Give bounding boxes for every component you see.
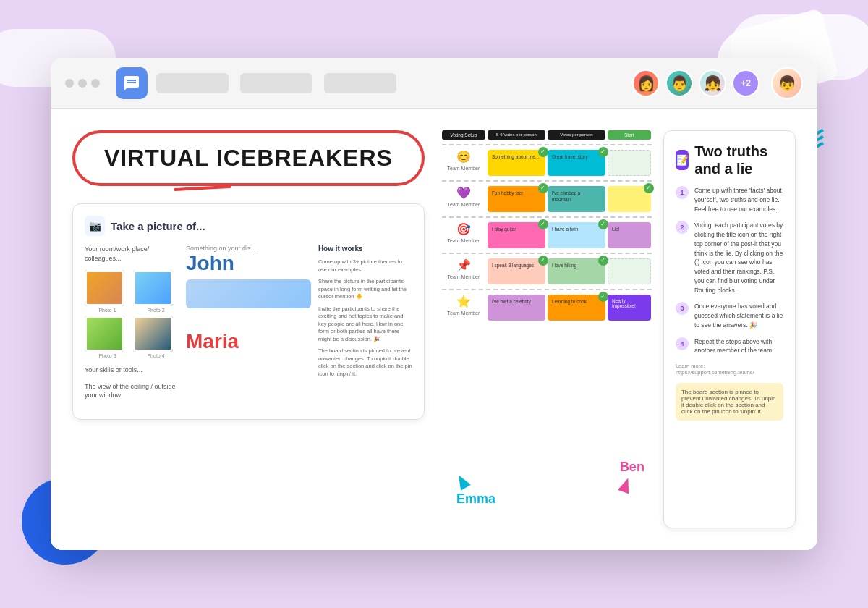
prompt-1: Your room/work place/ colleagues... xyxy=(85,245,179,263)
sticky-text-2-2: I've climbed a mountain xyxy=(552,190,581,202)
sticky-3-3[interactable]: Lie! xyxy=(608,222,651,248)
main-title: VIRTUAL ICEBREAKERS xyxy=(104,145,393,172)
activity-footer-text: Your skills or tools... The view of the … xyxy=(85,366,179,400)
app-logo[interactable] xyxy=(116,67,148,99)
step-number-2: 2 xyxy=(676,221,689,234)
sticky-text-2-1: Fun hobby fact xyxy=(492,190,523,195)
sticky-check-4-1: ✓ xyxy=(538,256,548,266)
sticky-check-3-1: ✓ xyxy=(538,219,548,229)
sticky-text-1-1: Something about me... xyxy=(492,154,539,159)
sticky-4-1[interactable]: ✓ I speak 3 languages xyxy=(488,258,545,284)
right-panel: Voting Setup 5-6 Votes per person Votes … xyxy=(442,130,796,528)
how-step-2: Share the picture in the participants sp… xyxy=(318,278,412,301)
grid-section: Voting Setup 5-6 Votes per person Votes … xyxy=(442,130,652,528)
member-icon-1: 😊 xyxy=(456,150,471,164)
step-text-2: Voting: each participant votes by clicki… xyxy=(694,221,783,295)
sticky-check-2-1: ✓ xyxy=(538,183,548,193)
browser-content: VIRTUAL ICEBREAKERS 📷 Take a picture of.… xyxy=(51,109,817,550)
avatar-user-1: 👩 xyxy=(632,69,660,97)
step-number-3: 3 xyxy=(676,302,689,315)
grid-row-1: 😊 Team Member ✓ Something about me... ✓ … xyxy=(442,150,652,176)
sticky-check-3-2: ✓ xyxy=(598,219,608,229)
sticky-1-1[interactable]: ✓ Something about me... xyxy=(488,150,545,176)
sticky-text-5-1: I've met a celebrity xyxy=(492,299,531,304)
browser-dots xyxy=(65,79,100,88)
truths-panel: 📝 Two truths and a lie 1 Come up with th… xyxy=(663,130,796,528)
cursor-ben-name: Ben xyxy=(620,460,644,475)
cursor-emma-area: Emma xyxy=(456,474,495,507)
photo-john xyxy=(186,279,311,308)
grid-row-4: 📌 Team Member ✓ I speak 3 languages ✓ I … xyxy=(442,258,652,284)
sticky-check-1-2: ✓ xyxy=(598,147,608,157)
sticky-text-3-2: I have a twin xyxy=(552,227,579,232)
sticky-5-2[interactable]: ✓ Learning to cook xyxy=(548,295,605,321)
sticky-text-5-2: Learning to cook xyxy=(552,299,587,304)
avatar-face-2: 👨 xyxy=(667,71,692,96)
nav-tab-3[interactable] xyxy=(324,73,396,93)
sticky-3-2[interactable]: ✓ I have a twin xyxy=(548,222,605,248)
truths-title: Two truths and a lie xyxy=(694,143,783,177)
sticky-4-2[interactable]: ✓ I love hiking xyxy=(548,258,605,284)
grid-row-5: ⭐ Team Member I've met a celebrity ✓ Lea… xyxy=(442,295,652,321)
member-label-3: Team Member xyxy=(448,238,480,243)
how-step-3: Invite the participants to share the exc… xyxy=(318,305,412,344)
team-member-3: 🎯 Team Member xyxy=(442,222,485,243)
member-icon-3: 🎯 xyxy=(456,222,471,236)
prompt-3: The view of the ceiling / outside your w… xyxy=(85,382,179,400)
activity-card: 📷 Take a picture of... Your room/work pl… xyxy=(72,203,425,420)
activity-card-body: Your room/work place/ colleagues... Phot… xyxy=(85,245,412,408)
activity-card-header: 📷 Take a picture of... xyxy=(85,216,412,236)
step-text-4: Repeat the steps above with another memb… xyxy=(694,337,783,356)
member-label-4: Team Member xyxy=(448,274,480,279)
nav-tab-2[interactable] xyxy=(240,73,312,93)
browser-window: 👩 👨 👧 +2 👦 VIRTUAL ICEBREAKERS xyxy=(51,58,817,550)
sticky-5-highlight[interactable]: Nearly Impossible! xyxy=(608,295,651,321)
sticky-2-1[interactable]: ✓ Fun hobby fact xyxy=(488,186,545,212)
sticky-5-1[interactable]: I've met a celebrity xyxy=(488,295,545,321)
photo-2 xyxy=(133,270,173,306)
member-label-1: Team Member xyxy=(448,166,480,171)
grid-row-3: 🎯 Team Member ✓ I play guitar ✓ I have a… xyxy=(442,222,652,248)
activity-middle: Something on your dis... John Maria xyxy=(186,245,311,408)
photo-3 xyxy=(85,316,124,352)
grid-divider-1 xyxy=(442,144,652,145)
browser-chrome: 👩 👨 👧 +2 👦 xyxy=(51,58,817,109)
truths-step-3: 3 Once everyone has voted and guessed wh… xyxy=(676,302,783,329)
grid-divider-3 xyxy=(442,216,652,218)
avatar-user-3: 👧 xyxy=(699,69,726,97)
nav-tab-1[interactable] xyxy=(156,73,229,93)
truths-step-4: 4 Repeat the steps above with another me… xyxy=(676,337,783,356)
photo-3-label: Photo 3 xyxy=(85,353,130,358)
avatar-face-3: 👧 xyxy=(700,71,725,96)
sticky-check-2-3: ✓ xyxy=(644,183,654,193)
how-it-works-title: How it works xyxy=(318,245,412,253)
sticky-3-1[interactable]: ✓ I play guitar xyxy=(488,222,545,248)
member-label-2: Team Member xyxy=(448,202,480,207)
activity-left-col: Your room/work place/ colleagues... Phot… xyxy=(85,245,179,408)
step-number-1: 1 xyxy=(676,186,689,199)
right-prompt-1: Something on your dis... xyxy=(186,245,311,252)
col-header-3: Votes per person xyxy=(548,130,605,140)
nav-tabs xyxy=(156,73,624,93)
sticky-1-3[interactable] xyxy=(608,150,651,176)
photo-4-label: Photo 4 xyxy=(133,353,179,358)
logo-icon xyxy=(123,75,140,92)
truths-header: 📝 Two truths and a lie xyxy=(676,143,783,177)
avatar-group[interactable]: +2 xyxy=(732,69,760,97)
sticky-4-3[interactable] xyxy=(608,258,651,284)
member-icon-4: 📌 xyxy=(456,258,471,272)
avatar-face-self: 👦 xyxy=(773,69,801,98)
photo-4 xyxy=(133,316,173,352)
sticky-2-3[interactable]: ✓ xyxy=(608,186,651,212)
sticky-2-2[interactable]: I've climbed a mountain xyxy=(548,186,605,212)
avatar-user-2: 👨 xyxy=(665,69,693,97)
left-panel: VIRTUAL ICEBREAKERS 📷 Take a picture of.… xyxy=(72,130,425,528)
step-number-4: 4 xyxy=(676,337,689,350)
member-label-5: Team Member xyxy=(448,311,480,316)
sticky-1-2[interactable]: ✓ Great travel story xyxy=(548,150,605,176)
col-header-start[interactable]: Start xyxy=(608,130,651,140)
sticky-text-3-1: I play guitar xyxy=(492,227,516,232)
browser-dot-red xyxy=(65,79,74,88)
red-underline-decoration xyxy=(174,185,231,191)
member-icon-5: ⭐ xyxy=(456,295,471,308)
